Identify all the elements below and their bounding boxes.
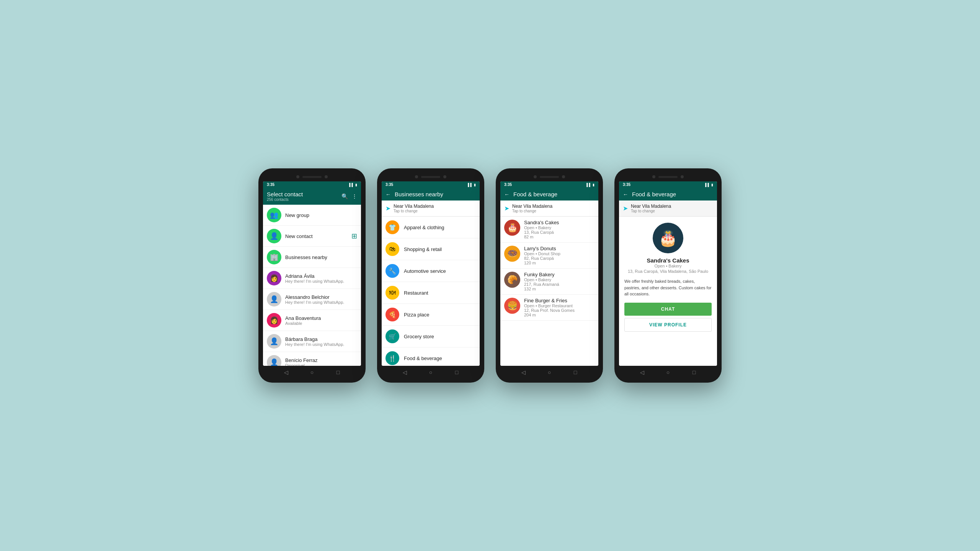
cat-auto[interactable]: 🔧 Automotive service — [382, 260, 480, 282]
speaker-4 — [658, 176, 678, 178]
benicio-text: Benício Ferraz Disponivel — [285, 357, 357, 366]
contact-ana[interactable]: 👩 Ana Boaventura Available — [263, 310, 361, 331]
camera-3 — [415, 175, 418, 178]
home-nav-3[interactable]: ○ — [546, 369, 553, 376]
header-title-2: Businesses nearby — [395, 191, 476, 197]
biz-sandras[interactable]: 🎂 Sandra's Cakes Open • Bakery 13, Rua C… — [500, 217, 598, 243]
recents-nav-4[interactable]: □ — [691, 369, 697, 376]
biz-address-larrys: 82, Rua Caropá — [524, 256, 595, 261]
back-icon-4[interactable]: ← — [623, 191, 628, 197]
contact-benicio[interactable]: 👤 Benício Ferraz Disponivel — [263, 352, 361, 366]
biz-name-larrys: Larry's Donuts — [524, 246, 595, 251]
signal-icon-3: ▌▌ — [586, 183, 591, 187]
qr-icon[interactable]: ⊞ — [351, 232, 357, 240]
view-profile-button[interactable]: VIEW PROFILE — [624, 318, 712, 332]
biz-dist-funky: 132 m — [524, 287, 595, 291]
profile-location-bar[interactable]: ➤ Near Vila Madalena Tap to change — [619, 201, 717, 217]
location-bar-3[interactable]: ➤ Near Vila Madalena Tap to change — [500, 201, 598, 217]
new-contact-item[interactable]: 👤 New contact ⊞ — [263, 226, 361, 247]
cat-apparel[interactable]: 👕 Apparel & clothing — [382, 217, 480, 238]
header-2: ← Businesses nearby — [382, 188, 480, 201]
biz-address-funky: 217, Rua Aramaná — [524, 282, 595, 287]
menu-icon-1[interactable]: ⋮ — [352, 193, 357, 199]
avatar-ana: 👩 — [267, 313, 281, 328]
cat-grocery[interactable]: 🛒 Grocery store — [382, 326, 480, 347]
cat-shopping[interactable]: 🛍 Shopping & retail — [382, 238, 480, 260]
cat-food-name: Food & beverage — [404, 355, 442, 361]
contact-alex[interactable]: 👤 Alessandro Belchior Hey there! I'm usi… — [263, 289, 361, 310]
back-nav-3[interactable]: ◁ — [520, 369, 527, 376]
phone-2: 3:35 ▌▌ ▮ ← Businesses nearby ➤ Near Vil… — [377, 168, 484, 383]
contact-adriana[interactable]: 👩 Adriana Ávila Hey there! I'm using Wha… — [263, 268, 361, 289]
cat-pizza-name: Pizza place — [404, 312, 429, 318]
status-bar-1: 3:35 ▌▌ ▮ — [263, 181, 361, 188]
home-nav-1[interactable]: ○ — [309, 369, 315, 376]
cat-grocery-icon: 🛒 — [385, 329, 399, 343]
cat-shopping-icon: 🛍 — [385, 242, 399, 256]
location-text-3: Near Vila Madalena Tap to change — [512, 204, 552, 213]
status-icons-3: ▌▌ ▮ — [586, 183, 595, 187]
camera-7 — [652, 175, 655, 178]
back-nav-2[interactable]: ◁ — [401, 369, 408, 376]
biz-info-funky: Funky Bakery Open • Bakery 217, Rua Aram… — [524, 272, 595, 291]
biz-avatar-burger: 🍔 — [504, 298, 520, 314]
status-bar-2: 3:35 ▌▌ ▮ — [382, 181, 480, 188]
profile-address: 13, Rua Caropá, Vila Madalena, São Paulo — [628, 269, 708, 274]
profile-screen: ➤ Near Vila Madalena Tap to change 🎂 San… — [619, 201, 717, 366]
cat-food[interactable]: 🍴 Food & beverage — [382, 347, 480, 366]
back-nav-4[interactable]: ◁ — [639, 369, 645, 376]
back-nav-1[interactable]: ◁ — [283, 369, 289, 376]
adriana-name: Adriana Ávila — [285, 273, 357, 279]
new-group-item[interactable]: 👥 New group — [263, 205, 361, 226]
phone-top-bar-3 — [500, 173, 598, 181]
back-icon-3[interactable]: ← — [504, 191, 510, 197]
cat-restaurant[interactable]: 🍽 Restaurant — [382, 282, 480, 304]
screen-3: 3:35 ▌▌ ▮ ← Food & beverage ➤ Near Vila … — [500, 181, 598, 366]
businesses-list: ➤ Near Vila Madalena Tap to change 🎂 San… — [500, 201, 598, 366]
biz-name-burger: Fine Burger & Fries — [524, 298, 595, 303]
cat-shopping-name: Shopping & retail — [404, 246, 442, 252]
biz-type-burger: Open • Burger Restaurant — [524, 303, 595, 308]
location-text-2: Near Vila Madalena Tap to change — [394, 204, 434, 213]
cat-pizza[interactable]: 🍕 Pizza place — [382, 304, 480, 326]
biz-funky[interactable]: 🥐 Funky Bakery Open • Bakery 217, Rua Ar… — [500, 269, 598, 295]
businesses-nearby-text: Businesses nearby — [285, 254, 357, 260]
recents-nav-3[interactable]: □ — [572, 369, 579, 376]
header-title-4: Food & beverage — [632, 191, 713, 197]
recents-nav-1[interactable]: □ — [335, 369, 341, 376]
contact-barbara[interactable]: 👤 Bárbara Braga Hey there! I'm using Wha… — [263, 331, 361, 352]
home-nav-2[interactable]: ○ — [427, 369, 434, 376]
biz-burger[interactable]: 🍔 Fine Burger & Fries Open • Burger Rest… — [500, 295, 598, 321]
battery-icon-4: ▮ — [711, 183, 713, 187]
phone-top-bar-4 — [619, 173, 717, 181]
profile-card: 🎂 Sandra's Cakes Open • Bakery 13, Rua C… — [619, 217, 717, 336]
new-contact-text: New contact — [285, 233, 348, 239]
cat-apparel-name: Apparel & clothing — [404, 225, 444, 230]
status-icons-2: ▌▌ ▮ — [468, 183, 476, 187]
back-icon-2[interactable]: ← — [385, 191, 391, 197]
profile-location-icon: ➤ — [623, 205, 628, 212]
profile-description: We offer freshly baked breads, cakes, pa… — [624, 278, 712, 297]
profile-type: Open • Bakery — [654, 264, 681, 268]
alex-name: Alessandro Belchior — [285, 294, 357, 300]
location-bar-2[interactable]: ➤ Near Vila Madalena Tap to change — [382, 201, 480, 217]
recents-nav-2[interactable]: □ — [453, 369, 460, 376]
location-name-3: Near Vila Madalena — [512, 204, 552, 209]
avatar-adriana: 👩 — [267, 271, 281, 285]
biz-type-larrys: Open • Donut Shop — [524, 251, 595, 256]
ana-text: Ana Boaventura Available — [285, 315, 357, 326]
biz-larrys[interactable]: 🍩 Larry's Donuts Open • Donut Shop 82, R… — [500, 243, 598, 269]
businesses-nearby-item[interactable]: 🏢 Businesses nearby — [263, 247, 361, 268]
biz-avatar-sandras: 🎂 — [504, 220, 520, 236]
benicio-status: Disponivel — [285, 363, 357, 366]
status-bar-4: 3:35 ▌▌ ▮ — [619, 181, 717, 188]
categories-list: ➤ Near Vila Madalena Tap to change 👕 App… — [382, 201, 480, 366]
signal-icon-2: ▌▌ — [468, 183, 473, 187]
status-bar-3: 3:35 ▌▌ ▮ — [500, 181, 598, 188]
search-icon-1[interactable]: 🔍 — [341, 193, 348, 199]
signal-icon-4: ▌▌ — [705, 183, 710, 187]
biz-dist-larrys: 120 m — [524, 261, 595, 265]
chat-button[interactable]: CHAT — [624, 303, 712, 316]
battery-icon-2: ▮ — [474, 183, 476, 187]
home-nav-4[interactable]: ○ — [665, 369, 671, 376]
